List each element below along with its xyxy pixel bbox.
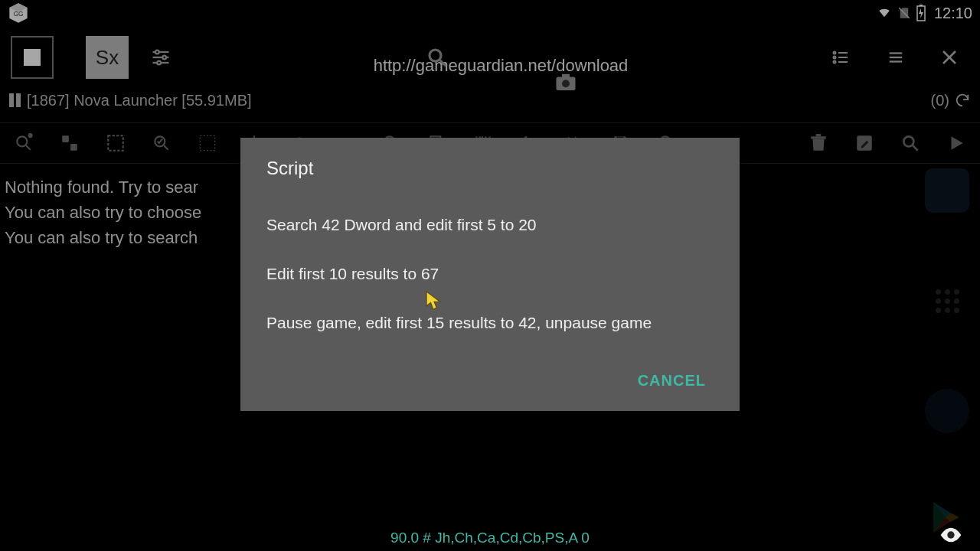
- script-option[interactable]: Edit first 10 results to 67: [266, 249, 714, 298]
- script-option[interactable]: Pause game, edit first 15 results to 42,…: [266, 298, 714, 347]
- script-dialog: Script Search 42 Dword and edit first 5 …: [240, 138, 740, 411]
- dialog-title: Script: [266, 158, 714, 179]
- script-option[interactable]: Search 42 Dword and edit first 5 to 20: [266, 201, 714, 249]
- footer-text: 90.0 # Jh,Ch,Ca,Cd,Cb,PS,A 0: [390, 530, 590, 546]
- svg-point-70: [947, 531, 954, 538]
- status-footer: 90.0 # Jh,Ch,Ca,Cd,Cb,PS,A 0: [0, 530, 980, 546]
- cancel-button[interactable]: CANCEL: [630, 367, 714, 394]
- eye-icon[interactable]: [939, 527, 963, 543]
